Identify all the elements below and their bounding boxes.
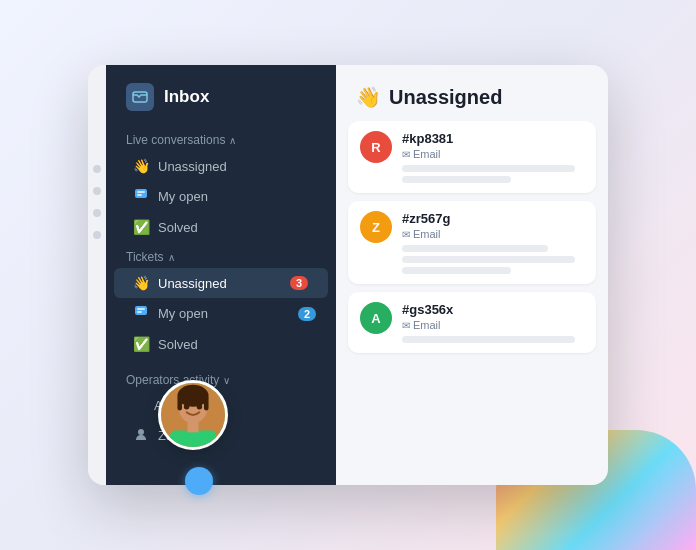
- conv-id: #zr567g: [402, 211, 450, 226]
- conversation-item[interactable]: Z #zr567g ✉ Email: [348, 201, 596, 284]
- planet-icon: [185, 467, 213, 495]
- wave-icon: 👋: [132, 158, 150, 174]
- nav-dot: [93, 209, 101, 217]
- chevron-icon: ∧: [229, 135, 236, 146]
- conv-preview: [402, 245, 584, 274]
- conv-info: #gs356x ✉ Email: [402, 302, 584, 343]
- nav-live-unassigned[interactable]: 👋 Unassigned: [106, 151, 336, 181]
- svg-rect-6: [188, 421, 199, 432]
- conv-channel: ✉ Email: [402, 228, 584, 240]
- user-icon: [132, 427, 150, 444]
- preview-line: [402, 336, 575, 343]
- conv-id-row: #kp8381: [402, 131, 584, 146]
- nav-tickets-solved[interactable]: ✅ Solved: [106, 329, 336, 359]
- conversation-list: R #kp8381 ✉ Email Z: [336, 121, 608, 485]
- conv-info: #kp8381 ✉ Email: [402, 131, 584, 183]
- svg-rect-5: [170, 431, 216, 447]
- svg-point-7: [184, 404, 189, 409]
- conv-id-row: #zr567g: [402, 211, 584, 226]
- check-icon: ✅: [132, 219, 150, 235]
- conv-avatar: Z: [360, 211, 392, 243]
- chevron-icon: ∨: [223, 375, 230, 386]
- check-icon: ✅: [132, 336, 150, 352]
- floating-person-avatar: [158, 380, 228, 450]
- sidebar-header: Inbox: [106, 65, 336, 125]
- conv-info: #zr567g ✉ Email: [402, 211, 584, 274]
- conv-id: #gs356x: [402, 302, 453, 317]
- nav-live-solved[interactable]: ✅ Solved: [106, 212, 336, 242]
- nav-tickets-myopen[interactable]: My open 2: [106, 298, 336, 329]
- nav-live-myopen[interactable]: My open: [106, 181, 336, 212]
- svg-rect-15: [137, 311, 142, 313]
- section-operators-label: Operators activity ∨: [106, 365, 336, 391]
- conv-channel: ✉ Email: [402, 319, 584, 331]
- conv-id: #kp8381: [402, 131, 453, 146]
- nav-dot: [93, 231, 101, 239]
- section-tickets-label: Tickets ∧: [106, 242, 336, 268]
- svg-point-8: [197, 404, 202, 409]
- preview-line: [402, 256, 575, 263]
- flag-icon: [132, 305, 150, 322]
- email-icon: ✉: [402, 149, 410, 160]
- svg-point-16: [138, 429, 144, 435]
- content-header: 👋 Unassigned: [336, 65, 608, 121]
- badge-unassigned: 3: [290, 276, 308, 290]
- conv-preview: [402, 165, 584, 183]
- svg-rect-4: [204, 396, 209, 411]
- conversation-item[interactable]: A #gs356x ✉ Email: [348, 292, 596, 353]
- conv-preview: [402, 336, 584, 343]
- nav-dot: [93, 165, 101, 173]
- section-live-label: Live conversations ∧: [106, 125, 336, 151]
- conversation-item[interactable]: R #kp8381 ✉ Email: [348, 121, 596, 193]
- wave-icon: 👋: [132, 275, 150, 291]
- preview-line: [402, 267, 511, 274]
- chevron-icon: ∧: [168, 252, 175, 263]
- badge-myopen: 2: [298, 307, 316, 321]
- email-icon: ✉: [402, 229, 410, 240]
- content-panel: 👋 Unassigned R #kp8381 ✉ Email: [336, 65, 608, 485]
- content-title-icon: 👋: [356, 85, 381, 109]
- svg-rect-3: [177, 396, 182, 411]
- svg-rect-11: [137, 191, 145, 193]
- conv-id-row: #gs356x: [402, 302, 584, 317]
- svg-rect-10: [135, 189, 147, 198]
- conv-avatar: R: [360, 131, 392, 163]
- content-title: Unassigned: [389, 86, 502, 109]
- preview-line: [402, 165, 575, 172]
- conv-channel: ✉ Email: [402, 148, 584, 160]
- preview-line: [402, 245, 548, 252]
- sidebar-title: Inbox: [164, 87, 209, 107]
- svg-rect-13: [135, 306, 147, 315]
- conv-avatar: A: [360, 302, 392, 334]
- svg-rect-14: [137, 308, 145, 310]
- preview-line: [402, 176, 511, 183]
- nav-tickets-unassigned[interactable]: 👋 Unassigned 3: [114, 268, 328, 298]
- flag-icon: [132, 188, 150, 205]
- nav-dot: [93, 187, 101, 195]
- dots-strip: [88, 65, 106, 485]
- svg-point-2: [177, 385, 208, 407]
- svg-rect-12: [137, 194, 142, 196]
- all-icon: [132, 399, 146, 413]
- sidebar-logo: [126, 83, 154, 111]
- email-icon: ✉: [402, 320, 410, 331]
